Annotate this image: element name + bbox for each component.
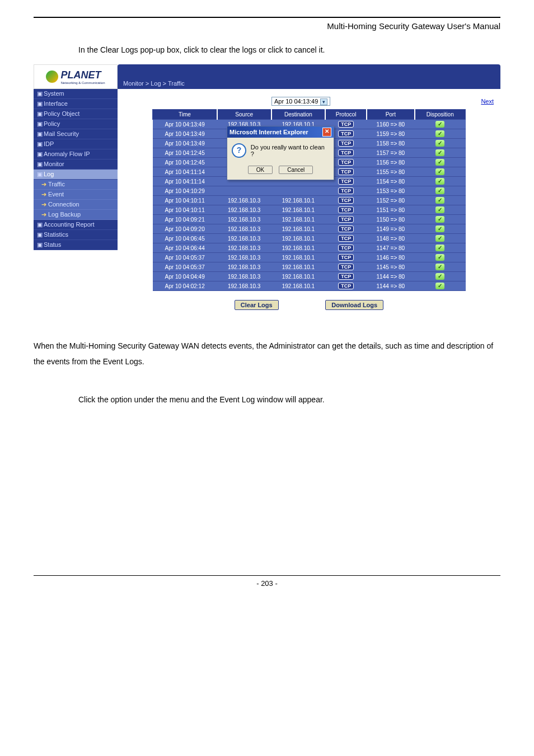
sidebar-item[interactable]: ▣Anomaly Flow IP bbox=[34, 149, 118, 159]
sidebar-item-log[interactable]: ▣Log bbox=[34, 170, 118, 180]
intro-text: In the Clear Logs pop-up box, click to c… bbox=[34, 42, 500, 58]
app-screenshot: PLANET Networking & Communication Monito… bbox=[34, 64, 500, 321]
body-text-2: Click the option under the menu and the … bbox=[34, 392, 500, 407]
globe-icon bbox=[46, 71, 58, 83]
cancel-button[interactable]: Cancel bbox=[279, 166, 313, 174]
check-icon bbox=[435, 130, 444, 137]
protocol-badge: TCP bbox=[338, 273, 354, 280]
table-row: Apr 10 04:10:11192.168.10.3192.168.10.1T… bbox=[153, 205, 466, 215]
table-row: Apr 10 04:06:44192.168.10.3192.168.10.1T… bbox=[153, 243, 466, 253]
dialog-message: Do you really want to clean ? bbox=[251, 144, 329, 157]
check-icon bbox=[435, 283, 444, 289]
protocol-badge: TCP bbox=[338, 140, 354, 147]
col-header: Destination bbox=[271, 110, 326, 120]
ok-button[interactable]: OK bbox=[248, 166, 273, 174]
check-icon bbox=[435, 149, 444, 156]
sidebar-item[interactable]: ▣Statistics bbox=[34, 230, 118, 240]
check-icon bbox=[435, 273, 444, 280]
table-row: Apr 10 04:06:45192.168.10.3192.168.10.1T… bbox=[153, 234, 466, 243]
protocol-badge: TCP bbox=[338, 245, 354, 251]
check-icon bbox=[435, 159, 444, 166]
main-panel: Apr 10 04:13:49▾ Next TimeSourceDestinat… bbox=[118, 89, 500, 321]
sidebar-item[interactable]: ▣IDP bbox=[34, 139, 118, 149]
table-row: Apr 10 04:05:37192.168.10.3192.168.10.1T… bbox=[153, 262, 466, 272]
breadcrumb: Monitor > Log > Traffic bbox=[118, 64, 500, 89]
check-icon bbox=[435, 197, 444, 204]
check-icon bbox=[435, 245, 444, 251]
body-text-1: When the Multi-Homing Security Gateway W… bbox=[34, 338, 500, 369]
table-row: Apr 10 04:10:11192.168.10.3192.168.10.1T… bbox=[153, 196, 466, 205]
table-row: Apr 10 04:10:29TCP1153 => 80 bbox=[153, 186, 466, 196]
check-icon bbox=[435, 178, 444, 185]
protocol-badge: TCP bbox=[338, 206, 354, 213]
protocol-badge: TCP bbox=[338, 168, 354, 175]
check-icon bbox=[435, 206, 444, 213]
check-icon bbox=[435, 168, 444, 175]
planet-logo: PLANET Networking & Communication bbox=[34, 64, 118, 89]
sidebar-subitem[interactable]: ➔Event bbox=[34, 190, 118, 200]
sidebar-item[interactable]: ▣Status bbox=[34, 240, 118, 250]
sidebar-item[interactable]: ▣Mail Security bbox=[34, 129, 118, 139]
col-header: Source bbox=[217, 110, 271, 120]
clear-logs-button[interactable]: Clear Logs bbox=[235, 300, 279, 310]
table-row: Apr 10 04:09:21192.168.10.3192.168.10.1T… bbox=[153, 215, 466, 224]
sidebar-item[interactable]: ▣Policy bbox=[34, 119, 118, 129]
page-number: - 203 - bbox=[34, 575, 500, 588]
protocol-badge: TCP bbox=[338, 178, 354, 185]
doc-header: Multi-Homing Security Gateway User's Man… bbox=[34, 21, 500, 31]
close-icon[interactable]: ✕ bbox=[322, 128, 331, 137]
sidebar-item[interactable]: ▣Policy Object bbox=[34, 109, 118, 119]
col-header: Time bbox=[153, 110, 217, 120]
protocol-badge: TCP bbox=[338, 226, 354, 232]
chevron-down-icon: ▾ bbox=[320, 98, 327, 105]
protocol-badge: TCP bbox=[338, 159, 354, 166]
table-row: Apr 10 04:09:20192.168.10.3192.168.10.1T… bbox=[153, 224, 466, 234]
check-icon bbox=[435, 226, 444, 232]
protocol-badge: TCP bbox=[338, 130, 354, 137]
question-icon: ? bbox=[232, 143, 246, 158]
check-icon bbox=[435, 254, 444, 261]
check-icon bbox=[435, 235, 444, 242]
sidebar-subitem[interactable]: ➔Connection bbox=[34, 200, 118, 210]
table-row: Apr 10 04:02:12192.168.10.3192.168.10.1T… bbox=[153, 281, 466, 291]
sidebar-subitem[interactable]: ➔Log Backup bbox=[34, 210, 118, 220]
protocol-badge: TCP bbox=[338, 235, 354, 242]
col-header: Disposition bbox=[415, 110, 466, 120]
download-logs-button[interactable]: Download Logs bbox=[325, 300, 383, 310]
confirm-dialog: Microsoft Internet Explorer ✕ ? Do you r… bbox=[227, 126, 334, 180]
protocol-badge: TCP bbox=[338, 187, 354, 194]
protocol-badge: TCP bbox=[338, 283, 354, 289]
sidebar-item[interactable]: ▣Monitor bbox=[34, 159, 118, 170]
date-dropdown[interactable]: Apr 10 04:13:49▾ bbox=[271, 97, 330, 106]
check-icon bbox=[435, 121, 444, 128]
protocol-badge: TCP bbox=[338, 197, 354, 204]
check-icon bbox=[435, 187, 444, 194]
col-header: Protocol bbox=[325, 110, 367, 120]
sidebar: ▣System▣Interface▣Policy Object▣Policy▣M… bbox=[34, 89, 118, 321]
protocol-badge: TCP bbox=[338, 149, 354, 156]
check-icon bbox=[435, 216, 444, 223]
table-row: Apr 10 04:04:49192.168.10.3192.168.10.1T… bbox=[153, 272, 466, 281]
next-link[interactable]: Next bbox=[481, 98, 494, 105]
sidebar-subitem[interactable]: ➔Traffic bbox=[34, 180, 118, 190]
protocol-badge: TCP bbox=[338, 121, 354, 128]
check-icon bbox=[435, 264, 444, 270]
table-row: Apr 10 04:05:37192.168.10.3192.168.10.1T… bbox=[153, 253, 466, 262]
protocol-badge: TCP bbox=[338, 264, 354, 270]
protocol-badge: TCP bbox=[338, 254, 354, 261]
sidebar-item[interactable]: ▣Interface bbox=[34, 99, 118, 109]
protocol-badge: TCP bbox=[338, 216, 354, 223]
dialog-title: Microsoft Internet Explorer bbox=[229, 129, 308, 135]
sidebar-item[interactable]: ▣System bbox=[34, 89, 118, 99]
col-header: Port bbox=[367, 110, 414, 120]
sidebar-item[interactable]: ▣Accounting Report bbox=[34, 220, 118, 230]
check-icon bbox=[435, 140, 444, 147]
